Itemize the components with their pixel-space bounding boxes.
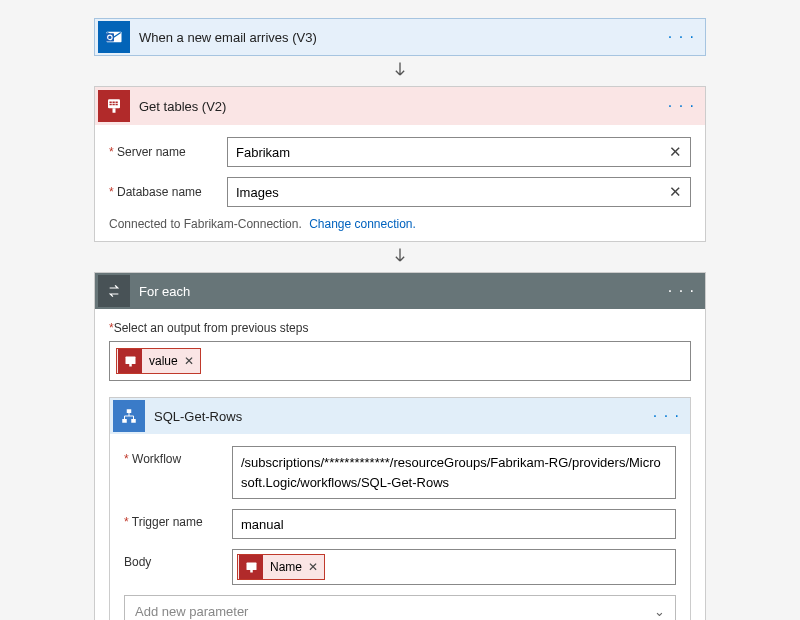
svg-rect-8 (113, 104, 115, 106)
svg-rect-10 (113, 108, 116, 113)
foreach-header[interactable]: For each · · · (95, 273, 705, 309)
select-output-input[interactable]: value ✕ (109, 341, 691, 381)
clear-icon[interactable]: ✕ (669, 143, 682, 161)
svg-rect-1 (106, 33, 114, 41)
foreach-title: For each (133, 284, 668, 299)
connection-info: Connected to Fabrikam-Connection. Change… (109, 217, 691, 231)
loop-icon (98, 275, 130, 307)
clear-icon[interactable]: ✕ (669, 183, 682, 201)
body-label: Body (124, 549, 232, 585)
sql-token-icon (118, 349, 142, 373)
svg-rect-5 (113, 102, 115, 104)
get-tables-header[interactable]: Get tables (V2) · · · (95, 87, 705, 125)
sql-get-rows-more-icon[interactable]: · · · (653, 407, 680, 425)
database-name-label: Database name (109, 185, 227, 199)
svg-rect-13 (127, 409, 132, 413)
sql-icon (98, 90, 130, 122)
server-name-input[interactable]: Fabrikam ✕ (227, 137, 691, 167)
foreach-card: For each · · · Select an output from pre… (94, 272, 706, 620)
arrow-down-icon (390, 60, 410, 80)
token-remove-icon[interactable]: ✕ (184, 354, 200, 368)
workflow-icon (113, 400, 145, 432)
workflow-input[interactable]: /subscriptions/*************/resourceGro… (232, 446, 676, 499)
svg-rect-4 (110, 102, 112, 104)
sql-get-rows-title: SQL-Get-Rows (148, 409, 653, 424)
workflow-label: Workflow (124, 446, 232, 499)
svg-rect-17 (250, 570, 253, 573)
sql-get-rows-card: SQL-Get-Rows · · · Workflow /subscriptio… (109, 397, 691, 620)
body-input[interactable]: Name ✕ (232, 549, 676, 585)
add-parameter-select[interactable]: Add new parameter ⌄ (124, 595, 676, 620)
trigger-more-icon[interactable]: · · · (668, 28, 695, 46)
value-token[interactable]: value ✕ (116, 348, 201, 374)
svg-rect-7 (110, 104, 112, 106)
database-name-input[interactable]: Images ✕ (227, 177, 691, 207)
sql-get-rows-header[interactable]: SQL-Get-Rows · · · (110, 398, 690, 434)
chevron-down-icon: ⌄ (654, 604, 665, 619)
svg-rect-12 (129, 364, 132, 367)
outlook-icon (98, 21, 130, 53)
svg-rect-9 (116, 104, 118, 106)
get-tables-more-icon[interactable]: · · · (668, 97, 695, 115)
name-token[interactable]: Name ✕ (237, 554, 325, 580)
server-name-label: Server name (109, 145, 227, 159)
sql-token-icon (239, 555, 263, 579)
trigger-name-input[interactable]: manual (232, 509, 676, 539)
get-tables-title: Get tables (V2) (133, 99, 668, 114)
trigger-card[interactable]: When a new email arrives (V3) · · · (94, 18, 706, 56)
svg-rect-6 (116, 102, 118, 104)
trigger-name-label: Trigger name (124, 509, 232, 539)
svg-rect-14 (122, 419, 127, 423)
change-connection-link[interactable]: Change connection. (309, 217, 416, 231)
foreach-more-icon[interactable]: · · · (668, 282, 695, 300)
trigger-title: When a new email arrives (V3) (133, 30, 668, 45)
svg-rect-11 (125, 356, 135, 364)
token-remove-icon[interactable]: ✕ (308, 560, 324, 574)
svg-rect-15 (131, 419, 136, 423)
arrow-down-icon (390, 246, 410, 266)
select-output-label: Select an output from previous steps (109, 321, 691, 335)
get-tables-card: Get tables (V2) · · · Server name Fabrik… (94, 86, 706, 242)
svg-rect-16 (246, 562, 256, 570)
